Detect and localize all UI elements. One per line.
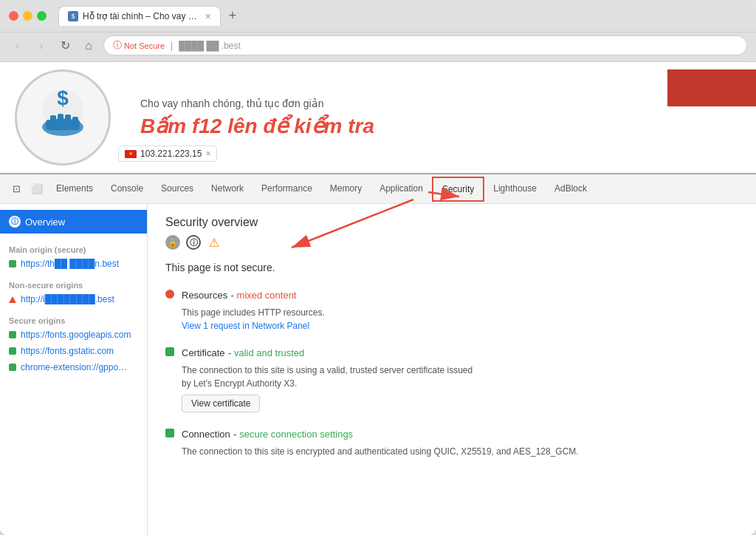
certificate-label-text: Certificate <box>182 347 225 358</box>
tab-title: Hỗ trợ tài chính – Cho vay nha... <box>83 11 198 21</box>
certificate-desc-1: The connection to this site is using a v… <box>182 364 738 377</box>
not-secure-message: This page is not secure. <box>165 262 738 273</box>
connection-label-group: Connection - secure connection settings <box>182 427 353 440</box>
tab-close-button[interactable]: × <box>205 10 211 22</box>
green-dot-icon <box>9 260 16 268</box>
secure-origin-url-1: https://fonts.gstatic.com <box>21 346 114 356</box>
svg-text:$: $ <box>57 86 69 109</box>
resources-desc: This page includes HTTP resources. <box>182 306 738 319</box>
site-text: Cho vay nhanh chóng, thủ tục đơn giản Bấ… <box>140 98 741 138</box>
connection-label-text: Connection <box>182 429 230 440</box>
website-area: $ Cho vay nhanh chóng, thủ tục đơn giản … <box>0 62 756 173</box>
main-origin-url: https://th██ ████n.best <box>21 259 119 269</box>
resources-status: mixed content <box>237 290 297 301</box>
title-bar: $ Hỗ trợ tài chính – Cho vay nha... × + <box>0 0 756 33</box>
address-url: ████ ██ .best <box>179 41 241 51</box>
sidebar-overview-item[interactable]: ⓘ Overview <box>0 210 147 234</box>
certificate-section: Certificate - valid and trusted The conn… <box>165 346 738 412</box>
devtools-panel: ⊡ ⬜ Elements Console Sources Network Per… <box>0 173 756 535</box>
red-block <box>667 69 756 106</box>
devtools-device-button[interactable]: ⬜ <box>27 179 47 200</box>
connection-status: secure connection settings <box>239 429 353 440</box>
security-status-icons: 🔒 ⓘ ⚠ <box>165 235 738 250</box>
secure-origin-item-2[interactable]: chrome-extension://gppongm... <box>0 359 147 375</box>
ip-address: 103.221.223.15 <box>140 149 202 159</box>
tab-adblock[interactable]: AdBlock <box>546 177 596 201</box>
back-button[interactable]: ‹ <box>9 37 27 55</box>
security-sidebar: ⓘ Overview Main origin (secure) https://… <box>0 204 148 535</box>
minimize-button[interactable] <box>23 11 32 21</box>
info-circle-icon: ⓘ <box>9 216 21 228</box>
view-network-panel-link[interactable]: View 1 request in Network Panel <box>182 321 738 331</box>
not-secure-label: Not Secure <box>124 41 165 50</box>
home-button[interactable]: ⌂ <box>80 37 97 55</box>
main-origin-item[interactable]: https://th██ ████n.best <box>0 256 147 272</box>
reload-button[interactable]: ↻ <box>56 37 74 55</box>
tab-application[interactable]: Application <box>371 177 432 201</box>
site-logo: $ <box>15 69 111 166</box>
secure-origin-url-0: https://fonts.googleapis.com <box>21 330 131 340</box>
tab-performance[interactable]: Performance <box>252 177 321 201</box>
connection-dash: - <box>233 429 239 440</box>
green-dot-icon <box>9 331 16 338</box>
devtools-inspect-button[interactable]: ⊡ <box>6 179 27 200</box>
resources-header: Resources - mixed content <box>165 288 738 301</box>
tab-sources[interactable]: Sources <box>152 177 202 201</box>
certificate-bullet-icon <box>165 347 174 356</box>
non-secure-origin-item[interactable]: http://i████████.best ◄ <box>0 291 147 307</box>
traffic-lights <box>9 11 47 21</box>
site-subtitle: Cho vay nhanh chóng, thủ tục đơn giản <box>140 98 741 109</box>
resources-label-text: Resources <box>182 290 227 301</box>
new-tab-button[interactable]: + <box>224 7 241 25</box>
view-certificate-button[interactable]: View certificate <box>182 395 260 412</box>
address-bar-row: ‹ › ↻ ⌂ ⓘ Not Secure | ████ ██ .best <box>0 33 756 62</box>
devtools-body: ⓘ Overview Main origin (secure) https://… <box>0 204 756 535</box>
svg-rect-4 <box>50 115 56 124</box>
certificate-dash: - <box>228 347 234 358</box>
vietnam-flag-icon: ★ <box>125 150 137 158</box>
resources-bullet-icon <box>165 290 174 299</box>
main-origin-section-title: Main origin (secure) <box>0 242 147 256</box>
separator: | <box>171 41 173 51</box>
maximize-button[interactable] <box>37 11 47 21</box>
not-secure-indicator: ⓘ Not Secure <box>113 39 165 52</box>
lock-icon: 🔒 <box>165 235 180 250</box>
connection-header: Connection - secure connection settings <box>165 427 738 440</box>
address-bar[interactable]: ⓘ Not Secure | ████ ██ .best <box>103 35 747 55</box>
svg-rect-7 <box>72 117 78 124</box>
secure-origins-section-title: Secure origins <box>0 313 147 327</box>
resources-label: Resources - mixed content <box>182 288 296 301</box>
browser-window: $ Hỗ trợ tài chính – Cho vay nha... × + … <box>0 0 756 535</box>
connection-bullet-icon <box>165 429 174 437</box>
active-tab[interactable]: $ Hỗ trợ tài chính – Cho vay nha... × <box>58 6 221 26</box>
security-main-panel: Security overview 🔒 ⓘ ⚠ This page is not… <box>148 204 756 535</box>
tab-memory[interactable]: Memory <box>321 177 371 201</box>
certificate-desc-2: by Let's Encrypt Authority X3. <box>182 377 738 390</box>
resources-section: Resources - mixed content This page incl… <box>165 288 738 331</box>
green-dot-icon <box>9 347 16 355</box>
secure-origin-item-1[interactable]: https://fonts.gstatic.com <box>0 343 147 359</box>
ip-close-icon[interactable]: × <box>205 149 210 159</box>
connection-desc: The connection to this site is encrypted… <box>182 445 738 458</box>
tab-lighthouse[interactable]: Lighthouse <box>484 177 546 201</box>
tab-bar: $ Hỗ trợ tài chính – Cho vay nha... × + <box>58 6 747 26</box>
svg-rect-6 <box>65 115 71 124</box>
close-button[interactable] <box>9 11 18 21</box>
warning-triangle-icon <box>9 296 16 303</box>
info-icon: ⓘ <box>113 39 122 52</box>
site-title: Bấm f12 lên để kiểm tra <box>140 114 741 138</box>
resources-dash: - <box>231 290 237 301</box>
tab-network[interactable]: Network <box>202 177 252 201</box>
certificate-label-group: Certificate - valid and trusted <box>182 346 304 359</box>
forward-button[interactable]: › <box>32 37 50 55</box>
security-panel-title: Security overview <box>165 216 738 229</box>
tab-security[interactable]: Security <box>432 177 484 202</box>
overview-label: Overview <box>25 217 65 228</box>
ip-badge: ★ 103.221.223.15 × <box>118 146 217 162</box>
secure-origin-item-0[interactable]: https://fonts.googleapis.com <box>0 327 147 343</box>
tab-console[interactable]: Console <box>102 177 152 201</box>
connection-section: Connection - secure connection settings … <box>165 427 738 458</box>
svg-rect-5 <box>58 114 63 124</box>
tab-elements[interactable]: Elements <box>47 177 102 201</box>
dollar-logo-svg: $ <box>30 84 96 151</box>
